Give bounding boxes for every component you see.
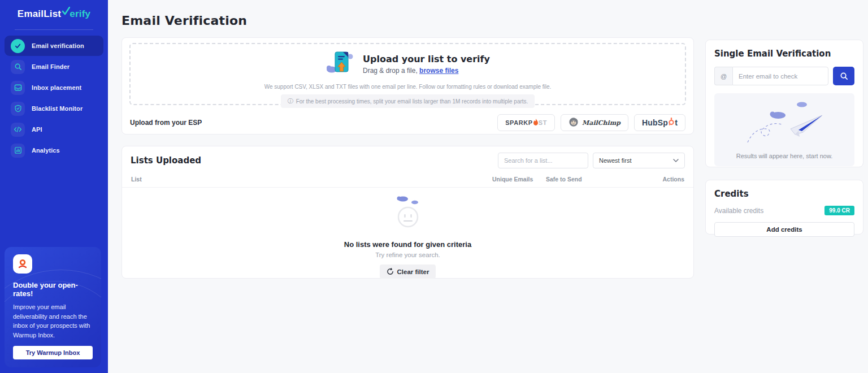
hubspot-logo-text: HubSp [642,118,668,127]
verify-email-button[interactable] [833,67,854,85]
sparkpost-flame-icon [533,118,539,128]
esp-row: Upload from your ESP SPARKPST MailChimp … [130,110,685,135]
sidebar-divider [15,29,93,30]
try-warmup-inbox-button[interactable]: Try Warmup Inbox [13,346,93,359]
check-circle-icon [11,39,25,53]
upload-card: Upload your list to verify Drag & drop a… [121,37,694,135]
column-header-safe-to-send: Safe to Send [546,176,582,183]
credits-badge: 99.0 CR [824,206,854,215]
sparkpost-logo-text: ST [539,119,547,126]
email-check-input[interactable] [732,67,828,85]
empty-subtitle: Try refine your search. [375,251,440,258]
list-search-input[interactable] [498,153,588,168]
column-header-unique-emails: Unique Emails [492,176,533,183]
sort-value: Newest first [599,157,631,164]
sad-face-illustration [385,194,431,233]
clear-filter-label: Clear filter [397,268,429,275]
upload-support-text: We support CSV, XLSX and TXT files with … [264,84,552,90]
sparkpost-logo-text: SPARKP [505,119,533,126]
sidebar: EmailListerify Email verification Email … [0,0,108,373]
drag-drop-text: Drag & drop a file, [363,67,418,75]
column-header-list: List [131,176,142,183]
at-sign-prefix: @ [714,67,732,85]
brand-logo[interactable]: EmailListerify [0,0,108,28]
warmup-inbox-icon [13,254,32,274]
refresh-icon [387,268,394,275]
sparkpost-button[interactable]: SPARKPST [497,114,555,131]
upload-document-icon [326,50,355,77]
sidebar-item-email-finder[interactable]: Email Finder [5,57,103,77]
paper-plane-illustration [736,97,832,149]
sidebar-item-label: Blacklist Monitor [32,105,83,112]
add-credits-button[interactable]: Add credits [714,222,854,237]
upload-info-chip: ⓘ For the best processing times, split y… [281,94,535,108]
credits-card: Credits Available credits 99.0 CR Add cr… [705,180,863,235]
sidebar-item-label: Inbox placement [32,84,81,91]
empty-title: No lists were found for given criteria [344,240,471,249]
code-icon [11,123,25,137]
sidebar-item-label: API [32,126,42,133]
sidebar-item-analytics[interactable]: Analytics [5,140,103,161]
info-icon: ⓘ [288,97,293,105]
chevron-down-icon [673,159,679,162]
mailchimp-logo-text: MailChimp [582,119,620,127]
chart-icon [11,144,25,158]
search-icon [840,72,848,80]
mailchimp-monkey-icon [568,117,579,129]
column-header-actions: Actions [662,176,684,183]
inbox-icon [11,81,25,95]
logo-text: EmailList [18,8,61,20]
file-dropzone[interactable]: Upload your list to verify Drag & drop a… [129,43,686,105]
sidebar-item-email-verification[interactable]: Email verification [5,36,103,56]
promo-body: Improve your email deliverability and re… [13,302,93,340]
upload-title: Upload your list to verify [363,54,490,64]
empty-state: No lists were found for given criteria T… [122,188,693,279]
single-verification-title: Single Email Verification [714,49,854,59]
lists-uploaded-card: Lists Uploaded Newest first List Unique … [121,146,694,279]
logo-check-icon [61,8,70,20]
results-hint-text: Results will appear here, start now. [736,153,833,159]
hubspot-sprocket-icon [668,118,675,128]
sidebar-item-label: Email verification [32,42,84,49]
mailchimp-button[interactable]: MailChimp [561,114,628,131]
sidebar-item-inbox-placement[interactable]: Inbox placement [5,77,103,98]
esp-label: Upload from your ESP [130,119,202,127]
sidebar-item-blacklist-monitor[interactable]: Blacklist Monitor [5,98,103,119]
lists-title: Lists Uploaded [131,155,201,166]
hubspot-button[interactable]: HubSpt [634,114,685,131]
promo-title: Double your open-rates! [13,281,93,298]
available-credits-label: Available credits [714,207,763,215]
hubspot-logo-text: t [675,118,678,127]
logo-accent: erify [70,8,90,20]
app-root: EmailListerify Email verification Email … [0,0,868,373]
credits-title: Credits [714,189,854,199]
browse-files-link[interactable]: browse files [419,67,458,75]
single-email-verification-card: Single Email Verification @ Result [705,40,863,167]
page-title: Email Verification [121,14,247,28]
sort-dropdown[interactable]: Newest first [593,153,685,168]
results-placeholder-area: Results will appear here, start now. [714,93,854,166]
warmup-promo-card: Double your open-rates! Improve your ema… [5,247,101,367]
sidebar-nav: Email verification Email Finder Inbox pl… [0,36,108,161]
upload-info-text: For the best processing times, split you… [296,98,528,105]
shield-check-icon [11,102,25,116]
sidebar-item-api[interactable]: API [5,119,103,140]
sidebar-item-label: Analytics [32,147,60,154]
sidebar-item-label: Email Finder [32,63,70,70]
table-header: List Unique Emails Safe to Send Actions [122,171,693,188]
search-icon [11,60,25,74]
clear-filter-button[interactable]: Clear filter [380,264,436,279]
